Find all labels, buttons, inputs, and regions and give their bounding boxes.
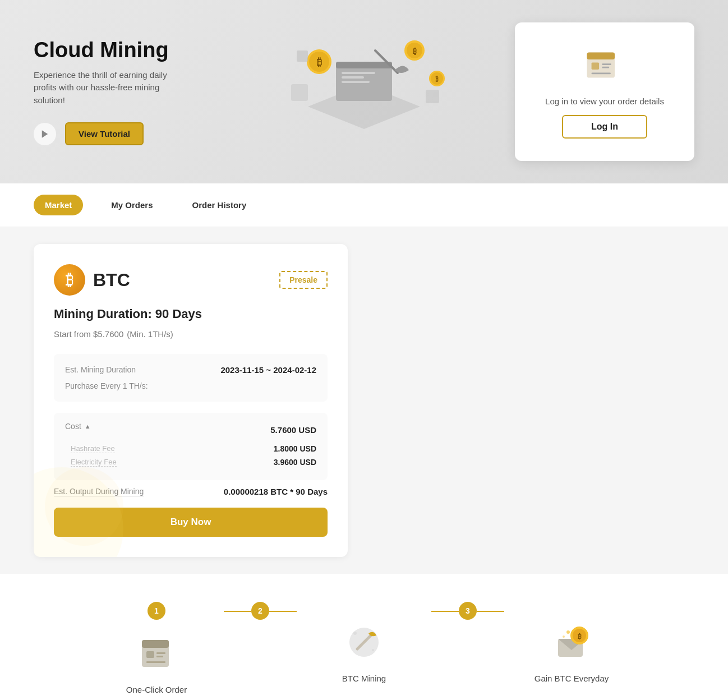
svg-rect-22: [592, 63, 600, 70]
svg-rect-23: [602, 63, 611, 65]
tabs-section: Market My Orders Order History: [0, 183, 728, 227]
step-2: BTC Mining: [297, 602, 431, 683]
svg-rect-5: [342, 76, 364, 79]
svg-rect-4: [342, 72, 375, 74]
svg-rect-3: [336, 62, 392, 68]
electricity-fee-label: Electricity Fee: [71, 458, 117, 467]
svg-point-42: [563, 635, 565, 638]
order-details-icon: [584, 45, 625, 85]
mining-duration: Mining Duration: 90 Days: [54, 307, 328, 321]
login-card: Log in to view your order details Log In: [515, 22, 694, 161]
hashrate-fee-label: Hashrate Fee: [71, 444, 115, 453]
electricity-fee-row: Electricity Fee 3.9600 USD: [65, 458, 316, 467]
connector-line-1: [224, 611, 251, 612]
view-tutorial-button[interactable]: View Tutorial: [65, 122, 144, 145]
hero-actions: View Tutorial: [34, 122, 191, 145]
tabs-container: Market My Orders Order History: [34, 195, 694, 215]
svg-rect-28: [146, 651, 154, 658]
svg-rect-31: [146, 661, 165, 663]
cost-arrow-icon: ▲: [85, 423, 91, 430]
btc-name: BTC: [93, 270, 130, 291]
svg-rect-24: [602, 67, 610, 68]
svg-rect-19: [297, 50, 308, 62]
svg-rect-18: [426, 90, 439, 103]
hero-left: Cloud Mining Experience the thrill of ea…: [34, 38, 191, 146]
hero-illustration: ₿ ₿ ₿: [252, 0, 476, 146]
hero-title: Cloud Mining: [34, 38, 191, 62]
svg-rect-30: [156, 656, 163, 657]
start-price: Start from $5.7600 (Min. 1TH/s): [54, 326, 328, 340]
tab-my-orders[interactable]: My Orders: [100, 195, 164, 215]
step-3-icon: ₿: [549, 620, 594, 665]
svg-rect-29: [156, 652, 165, 654]
svg-rect-27: [142, 640, 169, 648]
step-3-label: Gain BTC Everyday: [535, 674, 609, 683]
cost-header: Cost ▲: [65, 422, 91, 431]
step-1-icon: [134, 631, 179, 676]
hashrate-fee-value: 1.8000 USD: [274, 444, 316, 453]
step-1-number: 1: [148, 602, 165, 620]
output-value: 0.00000218 BTC * 90 Days: [224, 487, 328, 496]
main-content: ₿ BTC Presale Mining Duration: 90 Days S…: [0, 227, 728, 574]
svg-text:₿: ₿: [413, 47, 417, 56]
login-card-icon: [584, 45, 625, 88]
svg-point-35: [372, 649, 374, 651]
hero-subtitle: Experience the thrill of earning daily p…: [34, 69, 191, 107]
tab-order-history[interactable]: Order History: [181, 195, 258, 215]
detail-section: Est. Mining Duration 2023-11-15 ~ 2024-0…: [54, 354, 328, 402]
svg-rect-17: [291, 84, 308, 101]
mining-illustration: ₿ ₿ ₿: [263, 6, 465, 140]
output-row: Est. Output During Mining 0.00000218 BTC…: [54, 487, 328, 496]
step-2-number-connector: 2: [251, 602, 269, 620]
connector-line-2b: [477, 611, 504, 612]
mining-card: ₿ BTC Presale Mining Duration: 90 Days S…: [34, 244, 348, 557]
est-mining-duration-label: Est. Mining Duration: [65, 365, 136, 374]
login-button[interactable]: Log In: [562, 115, 647, 139]
connector-line-1b: [269, 611, 297, 612]
steps-section: 1 One-Click Order 2: [0, 574, 728, 700]
svg-text:₿: ₿: [578, 633, 582, 641]
output-label: Est. Output During Mining: [54, 487, 144, 496]
step-2-icon: [342, 620, 386, 665]
cost-section: Cost ▲ 5.7600 USD Hashrate Fee 1.8000 US…: [54, 413, 328, 480]
step-1: 1 One-Click Order: [89, 602, 224, 694]
cost-header-row: Cost ▲ 5.7600 USD: [65, 422, 316, 438]
svg-rect-21: [587, 53, 615, 60]
svg-text:₿: ₿: [435, 76, 439, 82]
play-button[interactable]: [34, 123, 56, 145]
hero-section: Cloud Mining Experience the thrill of ea…: [0, 0, 728, 183]
step-3: ₿ Gain BTC Everyday: [504, 602, 639, 683]
svg-point-41: [566, 630, 570, 634]
card-header: ₿ BTC Presale: [54, 264, 328, 296]
cost-total: 5.7600 USD: [270, 425, 316, 435]
cost-label: Cost: [65, 422, 81, 431]
purchase-label: Purchase Every 1 TH/s:: [65, 381, 148, 390]
step-connector-2: 3: [431, 602, 504, 620]
connector-line-2: [431, 611, 459, 612]
svg-point-34: [353, 632, 357, 635]
coin-identity: ₿ BTC: [54, 264, 130, 296]
svg-text:₿: ₿: [317, 57, 322, 68]
svg-rect-25: [592, 73, 611, 75]
svg-rect-6: [342, 81, 370, 83]
price-value: Start from $5.7600: [54, 329, 123, 339]
purchase-label-row: Purchase Every 1 TH/s:: [65, 381, 316, 390]
step-3-number-connector: 3: [459, 602, 477, 620]
step-connector-1: 2: [224, 602, 297, 620]
tab-market[interactable]: Market: [34, 195, 83, 215]
step-1-label: One-Click Order: [126, 685, 187, 694]
svg-marker-0: [42, 130, 48, 138]
electricity-fee-value: 3.9600 USD: [274, 458, 316, 467]
price-note: (Min. 1TH/s): [127, 329, 173, 339]
est-mining-duration-row: Est. Mining Duration 2023-11-15 ~ 2024-0…: [65, 365, 316, 375]
login-card-text: Log in to view your order details: [545, 96, 664, 106]
est-mining-duration-value: 2023-11-15 ~ 2024-02-12: [220, 365, 316, 375]
btc-logo: ₿: [54, 264, 85, 296]
buy-now-button[interactable]: Buy Now: [54, 508, 328, 537]
hashrate-fee-row: Hashrate Fee 1.8000 USD: [65, 444, 316, 453]
step-2-label: BTC Mining: [342, 674, 386, 683]
presale-badge: Presale: [279, 271, 328, 289]
